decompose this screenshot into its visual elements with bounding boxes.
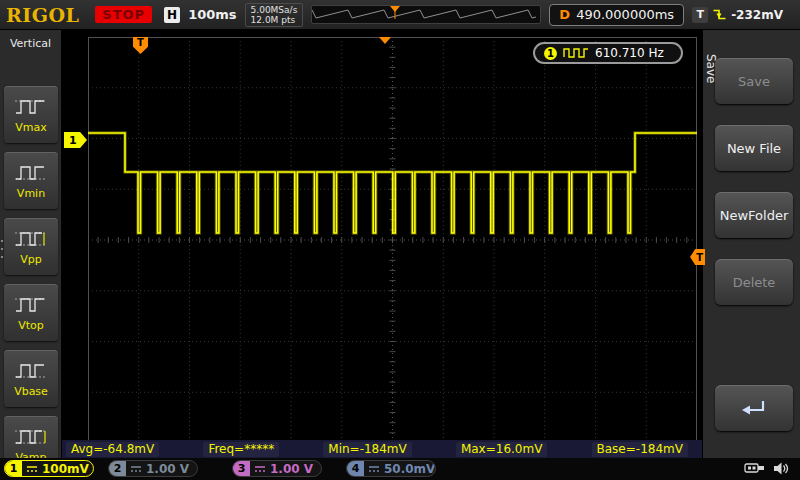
vmin-icon (14, 162, 48, 184)
channel4-number: 4 (347, 461, 364, 476)
dc-coupling-icon (254, 464, 266, 474)
vpp-icon (14, 228, 48, 250)
display-center-marker (379, 37, 391, 44)
horizontal-menu-key[interactable]: H (164, 7, 180, 23)
channel1-scale: 100mV (42, 462, 89, 476)
soft-menu: Save Save New File NewFolder Delete (702, 30, 800, 458)
delay-value: 490.000000ms (576, 7, 674, 22)
measurement-max: Max=16.0mV (456, 442, 547, 457)
channel4-status[interactable]: 4 50.0mV (346, 460, 436, 477)
run-state-badge: STOP (95, 6, 152, 23)
speaker-icon[interactable] (772, 461, 790, 476)
measure-button-vpp[interactable]: Vpp (4, 218, 58, 275)
menu-button-label: NewFolder (720, 208, 789, 223)
vamp-icon (14, 426, 48, 448)
frequency-counter-badge: 1 610.710 Hz (533, 42, 683, 64)
trigger-block: T -232mV (692, 7, 783, 23)
channel3-number: 3 (233, 461, 250, 476)
channel1-number: 1 (5, 461, 22, 476)
measure-button-vmin[interactable]: Vmin (4, 152, 58, 209)
measure-label: Vtop (18, 319, 44, 332)
measure-label: Vmin (17, 187, 45, 200)
waveform-trace (88, 133, 697, 233)
sidebar-scroll-dots (1, 240, 3, 258)
menu-button-new-folder[interactable]: NewFolder (715, 192, 793, 238)
falling-edge-icon (712, 7, 727, 22)
measure-label: Vmax (15, 121, 47, 134)
menu-button-label: Delete (733, 275, 776, 290)
channel2-number: 2 (109, 461, 126, 476)
dc-coupling-icon (130, 464, 142, 474)
channel2-status[interactable]: 2 1.00 V (108, 460, 198, 477)
measure-button-vmax[interactable]: Vmax (4, 86, 58, 143)
trigger-level-value: -232mV (731, 8, 783, 22)
sidebar-title: Vertical (0, 30, 61, 50)
measurement-avg: Avg=-64.8mV (66, 442, 159, 457)
vbase-icon (14, 360, 48, 382)
graticule (88, 37, 697, 443)
channel2-scale: 1.00 V (146, 462, 189, 476)
measurement-freq: Freq=***** (203, 442, 279, 457)
counter-channel-badge: 1 (544, 47, 557, 60)
trigger-label: T (692, 7, 708, 23)
sample-rate: 5.00MSa/s (251, 5, 298, 15)
delay-label: D (559, 7, 570, 22)
measurement-min: Min=-184mV (323, 442, 411, 457)
menu-button-new-file[interactable]: New File (715, 125, 793, 171)
vtop-icon (14, 294, 48, 316)
channel-bar: 1 100mV 2 1.00 V 3 1.00 V 4 (0, 458, 800, 480)
usb-icon (744, 461, 766, 475)
measure-label: Vbase (14, 385, 48, 398)
channel1-ground-marker: 1 (64, 132, 87, 148)
return-arrow-icon (740, 398, 768, 418)
menu-button-label: Save (738, 74, 770, 89)
counter-frequency-value: 610.710 Hz (595, 46, 664, 60)
channel1-status[interactable]: 1 100mV (4, 460, 94, 477)
waveform-display: 1 T T 1 610.710 Hz (62, 30, 702, 440)
menu-button-delete[interactable]: Delete (715, 259, 793, 305)
measure-button-vbase[interactable]: Vbase (4, 350, 58, 407)
channel3-status[interactable]: 3 1.00 V (232, 460, 322, 477)
memory-waveform-thumbnail (311, 5, 541, 24)
menu-button-save[interactable]: Save (715, 58, 793, 104)
dc-coupling-icon (368, 464, 380, 474)
timebase-value: 100ms (188, 7, 236, 22)
delay-block: D 490.000000ms (549, 4, 684, 26)
measure-button-vtop[interactable]: Vtop (4, 284, 58, 341)
measure-label: Vpp (20, 253, 42, 266)
sample-rate-block: 5.00MSa/s 12.0M pts (245, 3, 304, 27)
menu-back-button[interactable] (715, 385, 793, 431)
square-wave-icon (563, 48, 589, 58)
memory-depth: 12.0M pts (251, 15, 296, 25)
oscilloscope-screen: RIGOL STOP H 100ms 5.00MSa/s 12.0M pts D… (0, 0, 800, 480)
rigol-logo: RIGOL (6, 4, 79, 26)
measurement-base: Base=-184mV (592, 442, 688, 457)
measure-sidebar: Vertical Vmax Vmin Vpp (0, 30, 62, 458)
vmax-icon (14, 96, 48, 118)
channel4-scale: 50.0mV (384, 462, 435, 476)
dc-coupling-icon (26, 464, 38, 474)
channel3-scale: 1.00 V (270, 462, 313, 476)
menu-button-label: New File (727, 141, 781, 156)
measurement-bar: Avg=-64.8mV Freq=***** Min=-184mV Max=16… (62, 440, 702, 458)
memory-waveform-icon (312, 6, 538, 21)
top-status-bar: RIGOL STOP H 100ms 5.00MSa/s 12.0M pts D… (0, 0, 800, 30)
